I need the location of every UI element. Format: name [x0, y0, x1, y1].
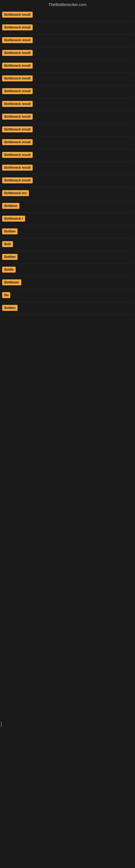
result-row-1[interactable]: Bottleneck result [1, 9, 134, 22]
result-row-19[interactable]: Bott [1, 239, 134, 251]
bottleneck-label-19[interactable]: Bott [2, 241, 13, 247]
result-row-3[interactable]: Bottleneck result [1, 34, 134, 47]
bottleneck-label-2[interactable]: Bottleneck result [2, 24, 33, 30]
result-row-2[interactable]: Bottleneck result [1, 22, 134, 34]
result-row-14[interactable]: Bottleneck result [1, 175, 134, 187]
result-row-7[interactable]: Bottleneck result [1, 86, 134, 98]
result-row-22[interactable]: Bottlenec [1, 277, 134, 289]
bottleneck-label-21[interactable]: Bottle [2, 267, 16, 273]
bottleneck-label-13[interactable]: Bottleneck result [2, 165, 33, 170]
bottleneck-label-1[interactable]: Bottleneck result [2, 12, 33, 18]
result-row-4[interactable]: Bottleneck result [1, 47, 134, 60]
bottleneck-label-23[interactable]: Bo [2, 292, 10, 298]
results-container: Bottleneck resultBottleneck resultBottle… [0, 9, 135, 315]
result-row-17[interactable]: Bottleneck r [1, 213, 134, 226]
bottleneck-label-8[interactable]: Bottleneck result [2, 101, 33, 107]
result-row-21[interactable]: Bottle [1, 264, 134, 277]
result-row-24[interactable]: Bottlen [1, 302, 134, 315]
site-title: TheBottlenecker.com [0, 0, 135, 9]
bottleneck-label-14[interactable]: Bottleneck result [2, 177, 33, 183]
result-row-18[interactable]: Bottlen [1, 226, 134, 239]
result-row-9[interactable]: Bottleneck result [1, 111, 134, 124]
bottleneck-label-9[interactable]: Bottleneck result [2, 114, 33, 120]
bottleneck-label-5[interactable]: Bottleneck result [2, 63, 33, 69]
result-row-16[interactable]: Bottlene [1, 200, 134, 213]
bottleneck-label-10[interactable]: Bottleneck result [2, 126, 33, 132]
bottleneck-label-22[interactable]: Bottlenec [2, 279, 21, 285]
result-row-10[interactable]: Bottleneck result [1, 124, 134, 136]
bottleneck-label-12[interactable]: Bottleneck result [2, 152, 33, 158]
result-row-8[interactable]: Bottleneck result [1, 98, 134, 111]
bottleneck-label-16[interactable]: Bottlene [2, 203, 19, 209]
bottleneck-label-17[interactable]: Bottleneck r [2, 216, 25, 222]
result-row-5[interactable]: Bottleneck result [1, 60, 134, 73]
bottleneck-label-18[interactable]: Bottlen [2, 228, 17, 235]
result-row-20[interactable]: Bottlen [1, 251, 134, 264]
result-row-15[interactable]: Bottleneck res [1, 187, 134, 200]
bottleneck-label-20[interactable]: Bottlen [2, 254, 17, 260]
bottleneck-label-15[interactable]: Bottleneck res [2, 190, 29, 196]
result-row-12[interactable]: Bottleneck result [1, 149, 134, 162]
result-row-6[interactable]: Bottleneck result [1, 73, 134, 86]
result-row-11[interactable]: Bottleneck result [1, 136, 134, 149]
bottleneck-label-6[interactable]: Bottleneck result [2, 75, 33, 82]
bottleneck-label-7[interactable]: Bottleneck result [2, 88, 33, 94]
bottleneck-label-11[interactable]: Bottleneck result [2, 139, 33, 145]
result-row-13[interactable]: Bottleneck result [1, 162, 134, 175]
site-header: TheBottlenecker.com [0, 0, 135, 9]
result-row-23[interactable]: Bo [1, 289, 134, 302]
bottleneck-label-3[interactable]: Bottleneck result [2, 37, 33, 43]
bottleneck-label-4[interactable]: Bottleneck result [2, 50, 33, 56]
cursor-indicator [1, 721, 2, 727]
bottleneck-label-24[interactable]: Bottlen [2, 305, 17, 311]
